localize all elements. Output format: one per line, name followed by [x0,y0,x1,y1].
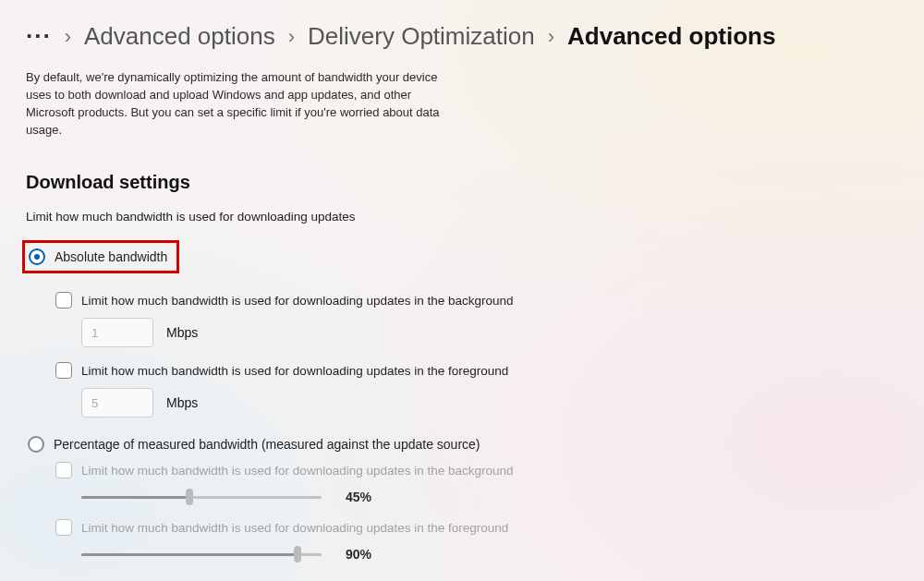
unit-label: Mbps [166,395,198,410]
radio-absolute-bandwidth[interactable] [29,248,45,265]
unit-label: Mbps [166,325,198,340]
radio-absolute-bandwidth-label: Absolute bandwidth [55,249,167,264]
download-settings-description: Limit how much bandwidth is used for dow… [26,210,898,224]
radio-percentage-bandwidth-label: Percentage of measured bandwidth (measur… [54,437,480,452]
breadcrumb-link-delivery-optimization[interactable]: Delivery Optimization [308,22,535,51]
breadcrumb-more-icon[interactable]: ··· [26,22,52,51]
chevron-right-icon: › [548,25,554,49]
slider-pct-background-value: 45% [346,490,371,504]
slider-pct-foreground-value: 90% [346,547,371,562]
input-background-mbps[interactable]: 1 [81,318,153,347]
slider-pct-background [81,488,322,506]
slider-pct-foreground [81,545,322,563]
chevron-right-icon: › [65,25,71,49]
checkbox-pct-background-limit-label: Limit how much bandwidth is used for dow… [81,464,514,478]
input-foreground-mbps[interactable]: 5 [81,388,153,418]
breadcrumb-link-advanced-options[interactable]: Advanced options [84,22,275,51]
percentage-bandwidth-group: Limit how much bandwidth is used for dow… [55,462,898,563]
chevron-right-icon: › [288,25,295,49]
section-title-download-settings: Download settings [26,172,898,193]
absolute-bandwidth-group: Limit how much bandwidth is used for dow… [55,292,898,418]
checkbox-pct-foreground-limit [55,519,72,536]
radio-absolute-bandwidth-highlight: Absolute bandwidth [22,240,179,273]
checkbox-background-limit-label: Limit how much bandwidth is used for dow… [81,294,514,308]
radio-percentage-bandwidth[interactable] [28,436,44,453]
intro-text: By default, we're dynamically optimizing… [26,69,442,139]
checkbox-background-limit[interactable] [55,292,72,309]
breadcrumb-current: Advanced options [567,22,775,51]
checkbox-pct-foreground-limit-label: Limit how much bandwidth is used for dow… [81,521,508,535]
checkbox-foreground-limit[interactable] [55,362,72,379]
breadcrumb: ··· › Advanced options › Delivery Optimi… [26,22,898,51]
checkbox-foreground-limit-label: Limit how much bandwidth is used for dow… [81,364,508,378]
checkbox-pct-background-limit [55,462,72,478]
